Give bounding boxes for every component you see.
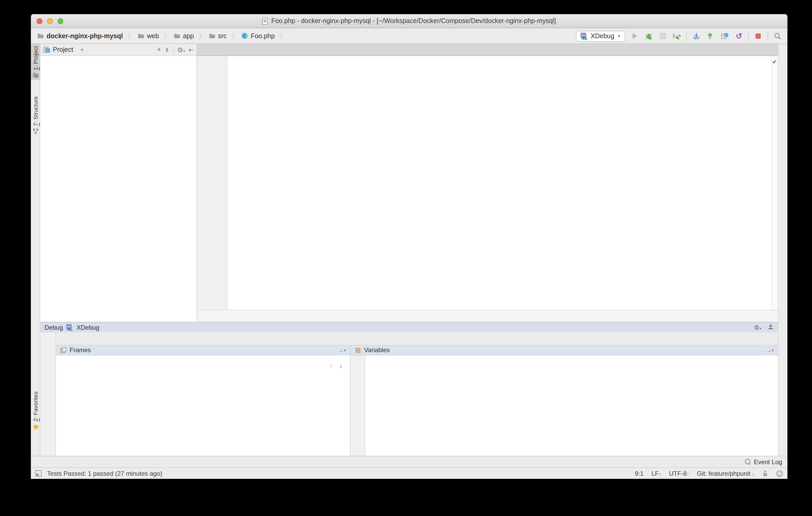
locate-file-icon[interactable]: ⌖	[157, 46, 161, 54]
breadcrumb-item[interactable]: web〉	[137, 31, 172, 40]
commit-button[interactable]	[706, 31, 715, 41]
chevron-right-icon: 〉	[164, 31, 171, 40]
project-panel-header: Project ▼ ⌖ ⇟ ⚙▾ ⇤	[40, 44, 197, 56]
update-project-button[interactable]	[692, 31, 701, 41]
frames-icon	[60, 347, 66, 353]
git-branch-selector[interactable]: Git: feature/phpunit ↕	[697, 470, 754, 477]
gear-icon[interactable]: ⚙▾	[177, 46, 185, 54]
next-frame-icon[interactable]: ↓	[339, 362, 343, 370]
hide-panel-icon[interactable]: ⇤	[189, 46, 194, 53]
breadcrumb-item[interactable]: src〉	[207, 31, 239, 40]
frames-list[interactable]: ↑ ↓	[56, 355, 351, 456]
folder-icon	[138, 33, 144, 39]
chevron-down-icon[interactable]: ▼	[80, 47, 84, 52]
chevron-right-icon: 〉	[199, 31, 205, 40]
zoom-window-button[interactable]	[58, 18, 63, 24]
run-configuration-select[interactable]: php XDebug ▼	[576, 31, 625, 41]
breadcrumb-label: docker-nginx-php-mysql	[47, 32, 123, 39]
title-bar[interactable]: Foo.php - docker-nginx-php-mysql - [~/Wo…	[31, 14, 787, 28]
ide-window: Foo.php - docker-nginx-php-mysql - [~/Wo…	[31, 14, 787, 479]
inspection-ok-icon[interactable]: ✔	[772, 59, 777, 65]
project-tree	[40, 56, 197, 322]
project-panel-icon	[44, 46, 50, 53]
tool-window-toggle-icon[interactable]	[35, 470, 42, 477]
frames-pane-header[interactable]: Frames →▪	[56, 345, 351, 355]
editor-gutter[interactable]	[197, 56, 228, 310]
toolbar-actions: php XDebug ▼ ↻	[576, 28, 782, 44]
revert-button[interactable]: ↻	[734, 31, 744, 41]
breadcrumb-item[interactable]: app〉	[173, 31, 207, 40]
debug-left-toolbar	[40, 332, 56, 456]
close-window-button[interactable]	[37, 18, 42, 24]
run-configuration-label: XDebug	[591, 32, 614, 40]
float-pane-icon[interactable]: →▪	[766, 347, 774, 353]
line-ending-selector[interactable]: LF↕	[651, 470, 661, 477]
collapse-all-icon[interactable]: ⇟	[165, 46, 169, 53]
svg-text:C: C	[243, 34, 246, 38]
float-pane-icon[interactable]: →▪	[338, 347, 346, 353]
project-tool-window: Project ▼ ⌖ ⇟ ⚙▾ ⇤	[40, 44, 197, 322]
previous-frame-icon[interactable]: ↑	[329, 362, 333, 370]
ide-fatal-errors-icon[interactable]	[776, 470, 783, 477]
status-message[interactable]: Tests Passed: 1 passed (27 minutes ago)	[47, 470, 162, 477]
main-toolbar: docker-nginx-php-mysql〉web〉app〉src〉CFoo.…	[31, 28, 787, 44]
class-icon: C	[241, 32, 248, 39]
folder-icon	[174, 33, 180, 39]
project-panel-title[interactable]: Project	[53, 46, 73, 53]
gear-icon[interactable]: ⚙▾	[754, 324, 761, 331]
project-tool-icon	[32, 73, 39, 78]
code-editor[interactable]: ✔	[197, 56, 778, 310]
event-log-button[interactable]: Event Log	[745, 458, 782, 465]
left-tool-stripe: 1: Project7: Structure2: Favorites	[31, 44, 40, 456]
encoding-selector[interactable]: UTF-8↕	[669, 470, 689, 477]
editor-breadcrumbs	[197, 310, 778, 322]
php-xdebug-icon: php	[580, 32, 588, 40]
window-controls	[37, 18, 63, 24]
editor-area: ✔	[197, 44, 778, 322]
stripe-button-favorites[interactable]: 2: Favorites	[31, 389, 40, 432]
chevron-right-icon: 〉	[232, 31, 238, 40]
navigation-bar: docker-nginx-php-mysql〉web〉app〉src〉CFoo.…	[36, 31, 287, 40]
breadcrumb-item[interactable]: docker-nginx-php-mysql〉	[36, 31, 136, 40]
breadcrumb-label: app	[183, 32, 194, 39]
breadcrumb-label: Foo.php	[251, 32, 275, 39]
run-button[interactable]	[630, 31, 639, 41]
screen: Foo.php - docker-nginx-php-mysql - [~/Wo…	[0, 0, 812, 516]
inspection-scrollbar[interactable]: ✔	[771, 56, 778, 310]
right-tool-stripe	[778, 44, 787, 456]
stripe-label: 7: Structure	[32, 96, 39, 126]
toolbar-separator	[767, 32, 768, 40]
debug-panel-title: Debug	[45, 324, 63, 331]
stripe-label: 2: Favorites	[32, 392, 39, 422]
toolbar-separator	[687, 32, 687, 40]
stripe-button-project[interactable]: 1: Project	[31, 44, 40, 80]
variables-pane	[351, 355, 778, 456]
listen-php-debug-button[interactable]	[672, 31, 682, 41]
run-with-coverage-button[interactable]	[658, 31, 668, 41]
chevron-down-icon: ▼	[617, 34, 621, 38]
debug-tool-window: Debug php XDebug ⚙▾	[40, 322, 778, 456]
editor-tab-bar	[197, 44, 778, 56]
breadcrumb-item[interactable]: CFoo.php〉	[240, 31, 288, 40]
stop-button[interactable]	[753, 31, 763, 41]
lock-icon[interactable]	[762, 470, 768, 477]
hide-panel-icon[interactable]	[767, 323, 774, 331]
breadcrumb-label: web	[147, 32, 159, 39]
debug-button[interactable]	[644, 31, 654, 41]
local-history-button[interactable]	[720, 31, 729, 41]
variables-title: Variables	[364, 346, 390, 354]
structure-tool-icon	[32, 128, 39, 135]
status-bar: Tests Passed: 1 passed (27 minutes ago) …	[31, 467, 787, 479]
star-icon	[32, 424, 39, 430]
folder-icon	[208, 33, 215, 39]
php-xdebug-icon: php	[66, 324, 74, 331]
variables-list[interactable]	[365, 355, 778, 456]
variables-pane-header[interactable]: Variables →▪	[351, 345, 778, 355]
stripe-button-structure[interactable]: 7: Structure	[31, 94, 40, 137]
chevron-right-icon: 〉	[280, 31, 286, 40]
caret-position[interactable]: 9:1	[635, 470, 643, 477]
frames-title: Frames	[69, 346, 91, 354]
search-everywhere-button[interactable]	[773, 31, 782, 41]
debug-session-label: XDebug	[77, 324, 99, 331]
minimize-window-button[interactable]	[47, 18, 53, 24]
